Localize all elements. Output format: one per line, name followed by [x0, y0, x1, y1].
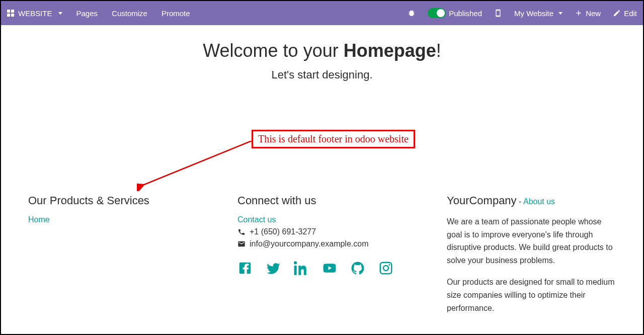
github-icon[interactable]: [350, 261, 365, 276]
brand-menu[interactable]: WEBSITE: [7, 9, 62, 18]
welcome-prefix: Welcome to your: [203, 40, 343, 61]
linkedin-icon[interactable]: [294, 261, 309, 276]
footer-email: info@yourcompany.example.com: [250, 239, 369, 248]
annotation-arrow: [137, 141, 258, 191]
footer-about-link[interactable]: About us: [523, 197, 555, 206]
footer-email-line: info@yourcompany.example.com: [237, 239, 407, 248]
annotation-callout: This is default footer in odoo website: [252, 130, 415, 148]
footer-link-contact[interactable]: Contact us: [237, 215, 276, 224]
subtitle: Let's start designing.: [1, 68, 643, 81]
footer-para-1: We are a team of passionate people whose…: [447, 215, 616, 267]
nav-pages[interactable]: Pages: [76, 9, 98, 18]
caret-icon: [58, 12, 62, 15]
footer-connect-title: Connect with us: [237, 194, 407, 207]
apps-icon: [7, 10, 14, 17]
welcome-suffix: !: [436, 40, 441, 61]
welcome-heading: Welcome to your Homepage!: [1, 40, 643, 61]
social-icons: [237, 261, 407, 276]
published-toggle-group: Published: [428, 8, 482, 18]
instagram-icon[interactable]: [378, 261, 393, 276]
topbar-left: WEBSITE Pages Customize Promote: [7, 9, 190, 18]
facebook-icon[interactable]: [237, 261, 253, 276]
footer-phone-line: +1 (650) 691-3277: [237, 227, 407, 236]
svg-line-0: [143, 141, 252, 185]
nav-customize[interactable]: Customize: [112, 9, 147, 18]
published-label: Published: [449, 9, 482, 18]
youtube-icon[interactable]: [322, 261, 337, 276]
topbar: WEBSITE Pages Customize Promote Publishe…: [1, 1, 643, 25]
twitter-icon[interactable]: [266, 261, 281, 276]
nav-promote[interactable]: Promote: [162, 9, 190, 18]
my-website-menu[interactable]: My Website: [514, 9, 562, 18]
published-toggle[interactable]: [428, 8, 446, 18]
envelope-icon: [237, 240, 246, 248]
pencil-icon: [613, 9, 621, 17]
footer-phone: +1 (650) 691-3277: [250, 227, 316, 236]
mobile-preview-icon[interactable]: [494, 9, 502, 17]
plus-icon: [575, 9, 583, 17]
welcome-bold: Homepage: [344, 40, 436, 61]
footer-para-2: Our products are designed for small to m…: [447, 276, 616, 314]
footer-products-title: Our Products & Services: [28, 194, 197, 207]
new-button[interactable]: New: [575, 9, 601, 18]
phone-icon: [237, 228, 246, 236]
footer-company-name: YourCompany: [447, 194, 517, 207]
edit-label: Edit: [624, 9, 637, 18]
footer-col-connect: Connect with us Contact us +1 (650) 691-…: [237, 194, 407, 323]
footer-company-heading: YourCompany - About us: [447, 194, 616, 207]
brand-label: WEBSITE: [18, 9, 52, 18]
hero: Welcome to your Homepage! Let's start de…: [1, 25, 643, 81]
bug-icon[interactable]: [408, 9, 416, 17]
footer: Our Products & Services Home Connect wit…: [28, 194, 616, 323]
footer-dash: -: [517, 197, 523, 206]
my-website-label: My Website: [514, 9, 553, 18]
footer-col-products: Our Products & Services Home: [28, 194, 197, 323]
new-label: New: [586, 9, 601, 18]
footer-col-company: YourCompany - About us We are a team of …: [447, 194, 616, 323]
topbar-right: Published My Website New Edit: [408, 8, 637, 18]
footer-link-home[interactable]: Home: [28, 215, 50, 224]
edit-button[interactable]: Edit: [613, 9, 637, 18]
caret-icon: [558, 12, 562, 15]
